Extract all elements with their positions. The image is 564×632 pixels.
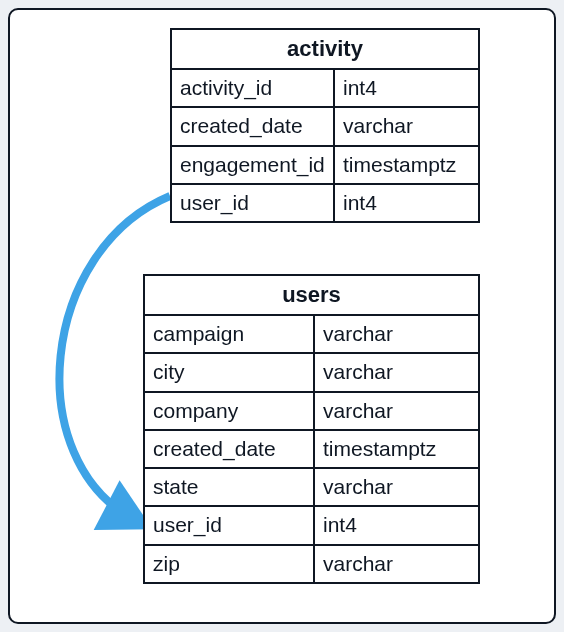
table-row: created_date timestamptz xyxy=(145,431,478,469)
column-type: varchar xyxy=(315,316,401,352)
table-row: city varchar xyxy=(145,354,478,392)
table-row: engagement_id timestamptz xyxy=(172,147,478,185)
column-type: varchar xyxy=(315,354,401,390)
table-users: users campaign varchar city varchar comp… xyxy=(143,274,480,584)
diagram-frame: activity activity_id int4 created_date v… xyxy=(8,8,556,624)
column-name: user_id xyxy=(145,507,315,543)
table-row: company varchar xyxy=(145,393,478,431)
column-type: timestamptz xyxy=(335,147,464,183)
table-rows: activity_id int4 created_date varchar en… xyxy=(172,70,478,221)
column-name: company xyxy=(145,393,315,429)
table-row: user_id int4 xyxy=(172,185,478,221)
column-name: user_id xyxy=(172,185,335,221)
column-name: created_date xyxy=(172,108,335,144)
column-name: campaign xyxy=(145,316,315,352)
table-row: zip varchar xyxy=(145,546,478,582)
column-type: int4 xyxy=(335,70,385,106)
table-row: activity_id int4 xyxy=(172,70,478,108)
table-row: created_date varchar xyxy=(172,108,478,146)
table-activity: activity activity_id int4 created_date v… xyxy=(170,28,480,223)
column-type: int4 xyxy=(315,507,365,543)
column-type: int4 xyxy=(335,185,385,221)
table-row: user_id int4 xyxy=(145,507,478,545)
table-row: campaign varchar xyxy=(145,316,478,354)
column-name: city xyxy=(145,354,315,390)
column-type: varchar xyxy=(315,393,401,429)
column-name: zip xyxy=(145,546,315,582)
column-type: varchar xyxy=(315,469,401,505)
table-row: state varchar xyxy=(145,469,478,507)
table-rows: campaign varchar city varchar company va… xyxy=(145,316,478,582)
column-type: timestamptz xyxy=(315,431,444,467)
table-title: users xyxy=(145,276,478,316)
column-type: varchar xyxy=(315,546,401,582)
column-name: engagement_id xyxy=(172,147,335,183)
column-name: state xyxy=(145,469,315,505)
column-type: varchar xyxy=(335,108,421,144)
column-name: created_date xyxy=(145,431,315,467)
column-name: activity_id xyxy=(172,70,335,106)
table-title: activity xyxy=(172,30,478,70)
